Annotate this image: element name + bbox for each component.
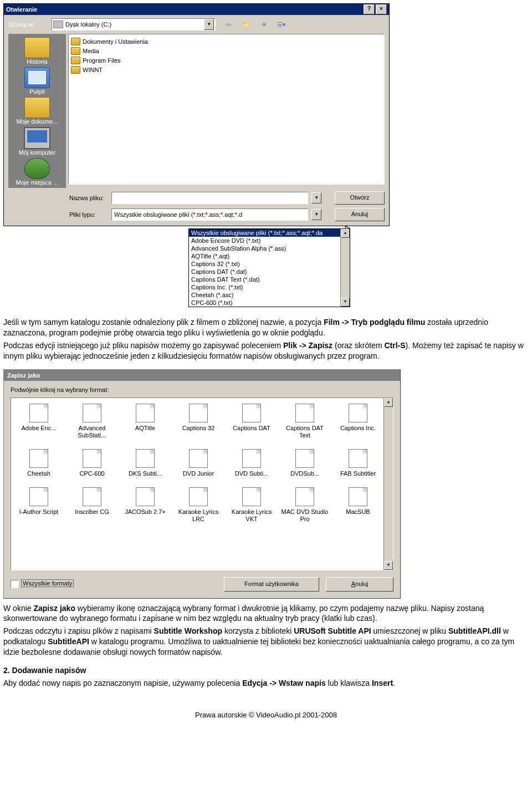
lookin-value: Dysk lokalny (C:) [65,21,204,28]
format-item[interactable]: Adobe Enc... [14,404,63,439]
document-icon [295,404,314,422]
filename-input[interactable] [111,192,308,204]
document-icon [136,404,155,422]
body-text: Jeśli w tym samym katalogu zostanie odna… [0,315,532,366]
folder-item[interactable]: Media [71,46,382,55]
format-item[interactable]: Cheetah [14,449,63,477]
format-item[interactable]: Inscriber CG [68,487,116,523]
document-icon [83,404,101,422]
place-mydocs[interactable]: Moje dokume... [16,96,58,125]
format-item[interactable]: Karaoke Lyrics LRC [174,487,223,523]
lookin-combo[interactable]: Dysk lokalny (C:) ▾ [52,18,216,30]
dropdown-item[interactable]: Captions DAT Text (*.dat) [189,276,350,283]
dropdown-item[interactable]: CPC-600 (*.txt) [189,299,350,307]
scroll-up-icon[interactable]: ▴ [341,229,350,238]
dropdown-item[interactable]: Wszystkie obslugiwane pliki (*.txt;*.ass… [189,229,350,237]
format-item[interactable]: DVD Subti... [227,449,276,477]
format-label: FAB Subtitler [334,470,382,477]
dropdown-item[interactable]: Cheetah (*.asc) [189,291,350,299]
format-label: MAC DVD Studio Pro [280,508,329,523]
document-icon [83,487,101,506]
format-label: DVDSub... [280,470,329,477]
folder-icon [71,38,80,45]
document-icon [349,449,367,468]
filetype-dropdown[interactable]: ↖ Wszystkie obslugiwane pliki (*.txt;*.a… [188,228,350,307]
all-formats-checkbox[interactable]: Wszystkie formaty [11,580,74,588]
open-button[interactable]: Otwórz [335,191,385,205]
document-icon [189,449,208,468]
format-item[interactable]: DKS Subti... [121,449,170,477]
chevron-down-icon[interactable]: ▾ [204,19,214,30]
format-item[interactable]: Captions DAT [227,404,276,439]
format-label: DKS Subti... [121,470,170,477]
format-label: CPC-600 [68,470,116,477]
filetype-combo[interactable]: Wszystkie obslugiwane pliki (*.txt;*.ass… [111,208,308,221]
format-label: I-Author Script [14,508,63,516]
dropdown-item[interactable]: Adobe Encore DVD (*.txt) [189,237,350,244]
place-desktop[interactable]: Pulpit [24,66,50,95]
dropdown-item[interactable]: Captions DAT (*.dat) [189,268,350,276]
chevron-down-icon[interactable]: ▾ [311,209,321,220]
place-history[interactable]: Historia [24,36,50,65]
format-item[interactable]: I-Author Script [14,487,63,523]
place-network[interactable]: Moje miejsca ... [16,157,58,186]
format-item[interactable]: Captions 32 [174,404,223,439]
user-format-button[interactable]: Format użytkownika [224,577,319,592]
folder-icon [71,57,80,64]
footer-copyright: Prawa autorskie © VideoAudio.pl 2001-200… [0,707,532,719]
place-mycomputer[interactable]: Mój komputer [19,126,56,156]
format-label: Cheetah [14,470,63,477]
format-item[interactable]: AQTitle [121,404,170,439]
format-item[interactable]: MAC DVD Studio Pro [280,487,329,523]
dropdown-item[interactable]: Captions 32 (*.txt) [189,260,350,268]
cancel-button[interactable]: Anuluj [326,577,393,592]
dropdown-item[interactable]: Captions Inc. (*.txt) [189,283,350,291]
folder-item[interactable]: Program Files [71,55,382,65]
open-dialog-titlebar: Otwieranie ? × [4,4,389,15]
format-item[interactable]: Advanced SubStati... [68,404,116,439]
format-label: Karaoke Lyrics VKT [227,508,276,523]
format-item[interactable]: JACOSub 2.7+ [121,487,170,523]
filetype-label: Pliki typu: [69,211,108,218]
format-item[interactable]: Captions Inc. [334,404,382,439]
dropdown-item[interactable]: AQTitle (*.aqt) [189,252,350,260]
up-folder-icon[interactable]: 📁 [240,19,252,30]
format-item[interactable]: DVDSub... [280,449,329,477]
filename-label: Nazwa pliku: [69,195,108,201]
dropdown-item[interactable]: Advanced SubStation Alpha (*.ass) [189,244,350,252]
document-icon [29,449,48,468]
scroll-down-icon[interactable]: ▾ [384,561,393,570]
format-label: Captions Inc. [334,425,382,432]
format-label: DVD Junior [174,470,223,477]
folder-icon [71,66,80,74]
document-icon [242,487,261,506]
scroll-up-icon[interactable]: ▴ [384,398,393,407]
help-button[interactable]: ? [364,4,375,14]
format-item[interactable]: DVD Junior [174,449,223,477]
save-as-prompt: Podwójnie kliknij na wybrany format: [11,386,393,393]
back-icon[interactable]: ⇦ [222,19,234,30]
folder-item[interactable]: WINNT [71,65,382,74]
formats-panel: Adobe Enc...Advanced SubStati...AQTitleC… [11,398,393,570]
document-icon [136,449,155,468]
close-button[interactable]: × [376,4,387,14]
format-item[interactable]: FAB Subtitler [334,449,382,477]
file-list[interactable]: Dokumenty i Ustawienia Media Program Fil… [68,34,385,185]
format-label: Adobe Enc... [14,425,63,432]
document-icon [242,404,261,422]
section-heading: 2. Dodawanie napisów [3,666,86,675]
document-icon [29,487,48,506]
chevron-down-icon[interactable]: ▾ [311,192,321,203]
views-icon[interactable]: ☰▾ [275,19,288,30]
document-icon [295,449,314,468]
format-item[interactable]: CPC-600 [68,449,116,477]
format-item[interactable]: Captions DAT Text [280,404,329,439]
new-folder-icon[interactable]: ✳ [258,19,270,30]
drive-icon [53,21,63,28]
places-bar: Historia Pulpit Moje dokume... Mój kompu… [8,34,66,188]
scroll-down-icon[interactable]: ▾ [341,298,350,307]
cancel-button[interactable]: Anuluj [335,208,385,221]
format-item[interactable]: MacSUB [334,487,382,523]
format-item[interactable]: Karaoke Lyrics VKT [227,487,276,523]
folder-item[interactable]: Dokumenty i Ustawienia [71,37,382,46]
